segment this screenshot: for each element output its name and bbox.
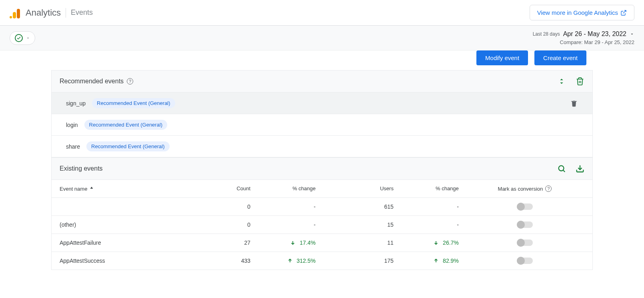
modify-event-button[interactable]: Modify event (476, 50, 528, 65)
col-count[interactable]: Count (203, 185, 250, 192)
recommended-event-name: share (66, 143, 80, 150)
event-name-cell: (other) (60, 221, 203, 228)
col-users[interactable]: Users (322, 185, 394, 192)
actions-row: Modify event Create event (51, 50, 593, 70)
users-change: 26.7% (394, 240, 465, 246)
main-panel: Modify event Create event Recommended ev… (51, 50, 593, 270)
table-row[interactable]: AppAttestFailure 27 17.4% 11 26.7% (51, 234, 593, 252)
help-icon[interactable]: ? (545, 185, 552, 192)
brand-area: Analytics Events (10, 7, 93, 18)
arrow-down-icon (290, 240, 296, 246)
view-more-label: View more in Google Analytics (537, 9, 618, 16)
recommended-events-header: Recommended events ? (51, 70, 593, 93)
date-area: Last 28 days Apr 26 - May 23, 2022 Compa… (533, 30, 634, 45)
download-icon[interactable] (576, 164, 584, 173)
recommended-event-name: sign_up (66, 100, 86, 107)
date-range: Apr 26 - May 23, 2022 (563, 30, 626, 38)
page-title: Events (71, 8, 93, 17)
users-change: - (394, 221, 465, 228)
count-change: - (250, 203, 322, 210)
arrow-up-icon (433, 258, 439, 264)
sort-asc-icon (89, 186, 94, 191)
recommended-event-row[interactable]: login Recommended Event (General) (51, 114, 593, 136)
col-mark-conversion: Mark as conversion ? (465, 185, 584, 192)
users-cell: 615 (322, 203, 394, 210)
recommended-event-row[interactable]: share Recommended Event (General) (51, 136, 593, 157)
count-cell: 433 (203, 258, 250, 264)
conversion-toggle[interactable] (517, 203, 533, 210)
recommended-title: Recommended events (60, 78, 124, 85)
svg-line-2 (563, 170, 565, 172)
check-circle-icon (15, 34, 23, 42)
existing-title: Existing events (60, 165, 103, 172)
svg-line-0 (623, 10, 626, 13)
date-compare: Compare: Mar 29 - Apr 25, 2022 (533, 39, 634, 45)
count-change: 17.4% (250, 240, 322, 246)
table-header-row: Event name Count % change Users % change… (51, 180, 593, 198)
users-cell: 175 (322, 258, 394, 264)
sub-header: Last 28 days Apr 26 - May 23, 2022 Compa… (0, 26, 644, 50)
users-cell: 11 (322, 240, 394, 246)
count-cell: 27 (203, 240, 250, 246)
recommended-event-row[interactable]: sign_up Recommended Event (General) (51, 93, 593, 114)
col-pct-change[interactable]: % change (250, 185, 322, 192)
view-more-button[interactable]: View more in Google Analytics (530, 5, 634, 20)
col-event-name[interactable]: Event name (60, 185, 203, 192)
create-event-button[interactable]: Create event (534, 50, 586, 65)
table-row[interactable]: (other) 0 - 15 - (51, 216, 593, 234)
users-change: 82.9% (394, 258, 465, 264)
analytics-logo-icon (10, 7, 21, 18)
conversion-toggle[interactable] (517, 240, 533, 246)
brand-title: Analytics (26, 8, 61, 18)
date-label: Last 28 days (533, 31, 560, 37)
event-name-cell: AppAttestFailure (60, 240, 203, 246)
recommended-event-name: login (66, 122, 78, 128)
brand-divider (66, 8, 66, 18)
col-pct-change2[interactable]: % change (394, 185, 465, 192)
arrow-up-icon (287, 258, 293, 264)
table-row[interactable]: AppAttestSuccess 433 312.5% 175 82.9% (51, 252, 593, 270)
top-header: Analytics Events View more in Google Ana… (0, 0, 644, 26)
table-row[interactable]: 0 - 615 - (51, 198, 593, 216)
conversion-toggle[interactable] (517, 258, 533, 264)
recommended-chip: Recommended Event (General) (92, 98, 175, 108)
svg-point-1 (559, 166, 564, 171)
expand-collapse-icon[interactable] (557, 77, 566, 86)
trash-icon[interactable] (570, 99, 578, 107)
count-change: 312.5% (250, 258, 322, 264)
conversion-toggle[interactable] (517, 221, 533, 228)
recommended-chip: Recommended Event (General) (86, 141, 170, 151)
event-name-cell: AppAttestSuccess (60, 258, 203, 264)
arrow-down-icon (433, 240, 439, 246)
date-picker[interactable]: Last 28 days Apr 26 - May 23, 2022 (533, 30, 634, 38)
open-external-icon (620, 10, 627, 16)
trash-icon[interactable] (576, 77, 584, 86)
help-icon[interactable]: ? (127, 78, 133, 85)
count-cell: 0 (203, 203, 250, 210)
chevron-down-icon (26, 36, 30, 40)
count-change: - (250, 221, 322, 228)
existing-events-header: Existing events (51, 157, 593, 180)
recommended-chip: Recommended Event (General) (84, 120, 168, 130)
count-cell: 0 (203, 221, 250, 228)
chevron-down-icon (630, 32, 634, 36)
users-cell: 15 (322, 221, 394, 228)
users-change: - (394, 203, 465, 210)
status-chip[interactable] (10, 31, 35, 45)
search-icon[interactable] (557, 164, 566, 173)
